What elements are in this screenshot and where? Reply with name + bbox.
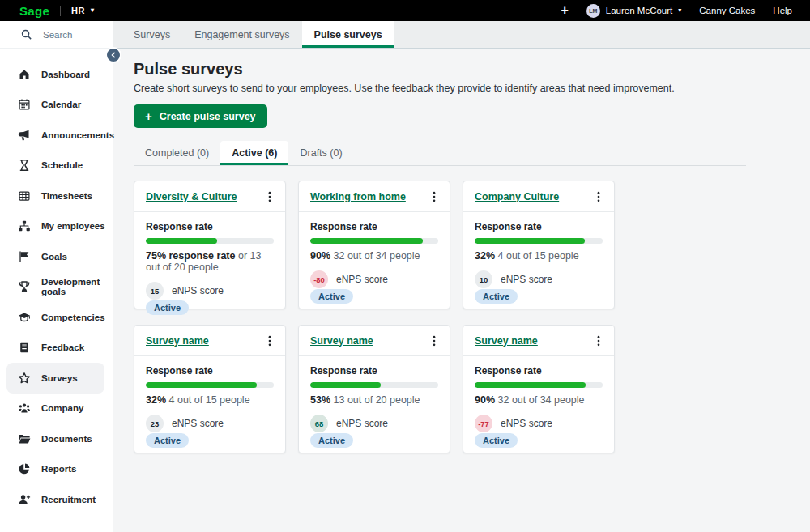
response-rate-bar-fill: [310, 382, 381, 388]
company-name-link[interactable]: Canny Cakes: [699, 6, 755, 15]
kebab-icon: [592, 190, 605, 203]
tab-pulse-surveys[interactable]: Pulse surveys: [302, 21, 394, 48]
table-icon: [18, 189, 31, 202]
search-input[interactable]: [41, 29, 104, 40]
sidebar-item-feedback[interactable]: Feedback: [0, 333, 113, 364]
page-title: Pulse surveys: [134, 60, 810, 79]
response-rate-bar: [475, 238, 603, 244]
add-button[interactable]: +: [561, 4, 568, 17]
survey-title-link[interactable]: Survey name: [310, 335, 373, 347]
doc-icon: [18, 341, 31, 354]
status-badge: Active: [475, 433, 518, 448]
chevron-left-icon: [109, 50, 118, 60]
sidebar-item-label: Dashboard: [41, 70, 90, 79]
survey-title-link[interactable]: Company Culture: [475, 191, 559, 202]
response-rate-stat: 75% response rate or 13 out of 20 people: [146, 250, 274, 273]
survey-card: Company CultureResponse rate32% 4 out of…: [463, 181, 615, 309]
folder-icon: [18, 432, 31, 445]
org-chart-icon: [18, 219, 31, 232]
topbar-divider: [60, 6, 61, 16]
status-row: Active: [146, 432, 274, 448]
survey-card: Survey nameResponse rate53% 13 out of 20…: [298, 325, 450, 453]
page-content: Pulse surveys Create short surveys to se…: [113, 49, 810, 453]
enps-row: 10eNPS score: [475, 270, 603, 288]
sidebar-item-company[interactable]: Company: [0, 394, 113, 424]
survey-card-header: Survey name: [463, 326, 614, 356]
sidebar-item-recruitment[interactable]: Recruitment: [0, 484, 113, 515]
sidebar-item-label: Company: [41, 403, 83, 413]
kebab-menu-button[interactable]: [261, 332, 279, 350]
sidebar-item-development-goals[interactable]: Development goals: [0, 272, 113, 303]
sidebar-item-surveys[interactable]: Surveys: [6, 363, 104, 394]
response-rate-bar-fill: [146, 238, 217, 244]
status-row: Active: [475, 432, 603, 448]
sidebar-item-label: Feedback: [41, 343, 84, 352]
search-row: [0, 21, 113, 49]
response-rate-bar: [310, 238, 438, 244]
sidebar-collapse-button[interactable]: [105, 47, 122, 63]
kebab-menu-button[interactable]: [590, 188, 608, 206]
avatar: LM: [586, 4, 600, 18]
response-rate-stat: 53% 13 out of 20 people: [310, 394, 438, 406]
product-switcher[interactable]: HR ▾: [71, 6, 94, 15]
response-rate-stat: 32% 4 out of 15 people: [475, 250, 603, 262]
survey-title-link[interactable]: Survey name: [475, 335, 538, 347]
page-tabs: SurveysEngagement surveysPulse surveys: [113, 21, 810, 49]
main-area: SurveysEngagement surveysPulse surveys P…: [113, 21, 810, 532]
survey-card-body: Response rate90% 32 out of 34 people-80e…: [299, 212, 450, 313]
status-badge: Active: [146, 300, 189, 315]
enps-row: -77eNPS score: [475, 415, 603, 432]
sidebar-item-timesheets[interactable]: Timesheets: [0, 181, 113, 211]
help-link[interactable]: Help: [773, 6, 792, 15]
sidebar-item-announcements[interactable]: Announcements: [0, 120, 113, 151]
survey-card: Diversity & CultureResponse rate75% resp…: [134, 181, 286, 309]
enps-score-label: eNPS score: [172, 418, 224, 429]
kebab-menu-button[interactable]: [425, 188, 443, 206]
survey-card-header: Working from home: [299, 181, 450, 212]
survey-card-body: Response rate32% 4 out of 15 people23eNP…: [134, 356, 285, 458]
response-rate-bar-fill: [475, 382, 586, 388]
survey-title-link[interactable]: Diversity & Culture: [146, 191, 237, 202]
enps-score-label: eNPS score: [336, 274, 388, 285]
survey-title-link[interactable]: Survey name: [146, 335, 209, 347]
kebab-menu-button[interactable]: [261, 188, 279, 206]
sidebar-item-label: Goals: [41, 252, 67, 262]
status-tab-completed-0[interactable]: Completed (0): [134, 141, 220, 165]
sidebar-item-label: Surveys: [41, 373, 78, 383]
status-tab-active-6[interactable]: Active (6): [220, 141, 288, 165]
survey-card: Survey nameResponse rate32% 4 out of 15 …: [134, 325, 286, 453]
survey-card: Survey nameResponse rate90% 32 out of 34…: [463, 325, 615, 453]
kebab-menu-button[interactable]: [590, 332, 608, 350]
trophy-icon: [18, 280, 31, 293]
sidebar-item-label: Announcements: [41, 130, 114, 140]
survey-card-body: Response rate32% 4 out of 15 people10eNP…: [463, 212, 614, 313]
sidebar-item-reports[interactable]: Reports: [0, 454, 113, 485]
sidebar-item-calendar[interactable]: Calendar: [0, 90, 113, 121]
kebab-icon: [263, 334, 276, 347]
enps-score-badge: 15: [146, 282, 164, 300]
person-plus-icon: [18, 493, 31, 506]
sidebar-item-schedule[interactable]: Schedule: [0, 151, 113, 181]
kebab-menu-button[interactable]: [425, 332, 443, 350]
response-rate-label: Response rate: [475, 221, 603, 232]
sidebar-item-my-employees[interactable]: My employees: [0, 211, 113, 242]
sidebar-item-dashboard[interactable]: Dashboard: [0, 59, 113, 90]
sidebar-item-label: Development goals: [41, 277, 113, 296]
status-tab-drafts-0[interactable]: Drafts (0): [288, 141, 353, 165]
pie-icon: [18, 462, 31, 475]
sidebar-nav: DashboardCalendarAnnouncementsScheduleTi…: [0, 49, 113, 515]
tab-engagement-surveys[interactable]: Engagement surveys: [182, 21, 301, 48]
response-rate-label: Response rate: [475, 365, 603, 377]
create-pulse-survey-button[interactable]: + Create pulse survey: [134, 104, 267, 128]
sidebar-item-documents[interactable]: Documents: [0, 423, 113, 454]
response-rate-label: Response rate: [146, 365, 274, 377]
survey-cards-grid: Diversity & CultureResponse rate75% resp…: [134, 181, 810, 453]
enps-score-label: eNPS score: [172, 285, 224, 296]
survey-title-link[interactable]: Working from home: [310, 191, 406, 202]
user-menu[interactable]: LM Lauren McCourt ▾: [586, 4, 681, 18]
sidebar-item-goals[interactable]: Goals: [0, 241, 113, 272]
sage-logo: Sage: [19, 4, 49, 18]
sidebar-item-label: Recruitment: [41, 495, 96, 504]
tab-surveys[interactable]: Surveys: [122, 21, 182, 48]
sidebar-item-competencies[interactable]: Competencies: [0, 302, 113, 333]
